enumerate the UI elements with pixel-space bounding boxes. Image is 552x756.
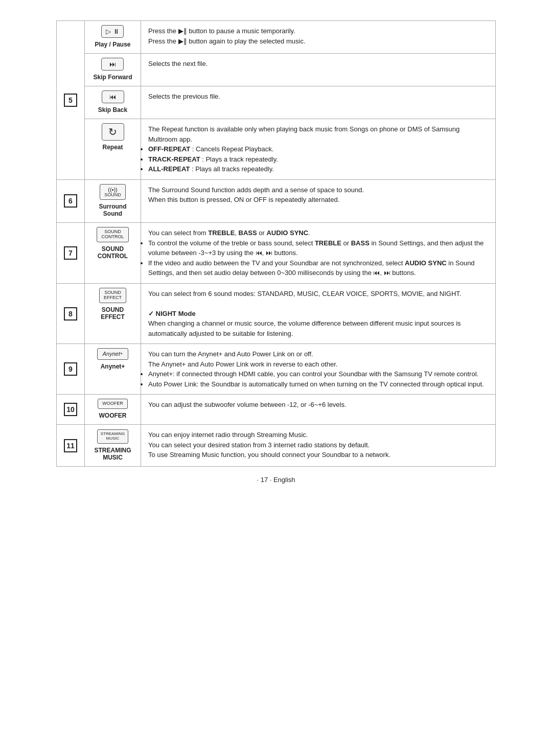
table-row: 6((•))SOUNDSurround SoundThe Surround So… — [57, 179, 496, 223]
description-cell: You can enjoy internet radio through Str… — [141, 425, 496, 467]
icon-cell: ⏭Skip Forward — [85, 54, 141, 86]
table-row: ⏮Skip BackSelects the previous file. — [57, 86, 496, 119]
description-cell: You can turn the Anynet+ and Auto Power … — [141, 344, 496, 395]
table-row: ↻RepeatThe Repeat function is available … — [57, 119, 496, 180]
description-cell: The Repeat function is available only wh… — [141, 119, 496, 180]
description-cell: Press the ▶‖ button to pause a music tem… — [141, 21, 496, 54]
description-cell: You can select from TREBLE, BASS or AUDI… — [141, 223, 496, 284]
row-number: 7 — [57, 223, 85, 284]
main-table: 5▷ ⏸Play / PausePress the ▶‖ button to p… — [56, 20, 496, 467]
description-cell: Selects the previous file. — [141, 86, 496, 119]
icon-cell: ▷ ⏸Play / Pause — [85, 21, 141, 54]
table-row: 9Anynet+Anynet+You can turn the Anynet+ … — [57, 344, 496, 395]
description-cell: You can select from 6 sound modes: STAND… — [141, 283, 496, 344]
icon-cell: SOUNDCONTROLSOUND CONTROL — [85, 223, 141, 284]
footer: · 17 · English — [56, 476, 496, 484]
icon-cell: STREAMINGMUSICSTREAMING MUSIC — [85, 425, 141, 467]
table-row: 8SOUNDEFFECTSOUND EFFECTYou can select f… — [57, 283, 496, 344]
page: 5▷ ⏸Play / PausePress the ▶‖ button to p… — [56, 20, 496, 484]
row-number: 5 — [57, 21, 85, 180]
icon-cell: ↻Repeat — [85, 119, 141, 180]
table-row: 5▷ ⏸Play / PausePress the ▶‖ button to p… — [57, 21, 496, 54]
icon-cell: ⏮Skip Back — [85, 86, 141, 119]
table-row: 7SOUNDCONTROLSOUND CONTROLYou can select… — [57, 223, 496, 284]
row-number: 9 — [57, 344, 85, 395]
icon-cell: Anynet+Anynet+ — [85, 344, 141, 395]
row-number: 11 — [57, 425, 85, 467]
row-number: 8 — [57, 283, 85, 344]
description-cell: The Surround Sound function adds depth a… — [141, 179, 496, 223]
icon-cell: WOOFERWOOFER — [85, 395, 141, 425]
table-row: ⏭Skip ForwardSelects the next file. — [57, 54, 496, 86]
description-cell: Selects the next file. — [141, 54, 496, 86]
row-number: 10 — [57, 395, 85, 425]
description-cell: You can adjust the subwoofer volume betw… — [141, 395, 496, 425]
table-row: 10WOOFERWOOFERYou can adjust the subwoof… — [57, 395, 496, 425]
table-row: 11STREAMINGMUSICSTREAMING MUSICYou can e… — [57, 425, 496, 467]
row-number: 6 — [57, 179, 85, 223]
icon-cell: ((•))SOUNDSurround Sound — [85, 179, 141, 223]
icon-cell: SOUNDEFFECTSOUND EFFECT — [85, 283, 141, 344]
